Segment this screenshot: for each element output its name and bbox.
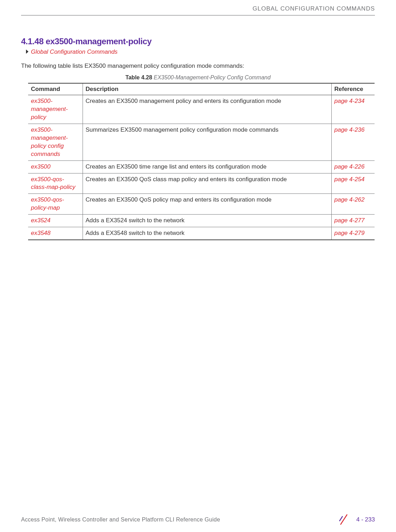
header-category: GLOBAL CONFIGURATION COMMANDS [21,5,375,12]
slash-icon [338,513,350,526]
description-cell: Creates an EX3500 management policy and … [83,95,331,124]
table-header-command: Command [28,83,83,95]
reference-link[interactable]: page 4-254 [335,176,365,183]
description-cell: Adds a EX3548 switch to the network [83,227,331,240]
description-cell: Creates an EX3500 time range list and en… [83,160,331,173]
svg-line-2 [339,516,343,521]
intro-paragraph: The following table lists EX3500 managem… [21,63,375,70]
description-cell: Summarizes EX3500 management policy conf… [83,124,331,160]
reference-link[interactable]: page 4-226 [335,163,365,170]
command-link[interactable]: ex3500-qos-class-map-policy [31,176,76,191]
reference-link[interactable]: page 4-262 [335,196,365,203]
breadcrumb: Global Configuration Commands [26,48,375,55]
svg-marker-0 [26,50,28,54]
reference-link[interactable]: page 4-277 [335,217,365,224]
description-cell: Adds a EX3524 switch to the network [83,215,331,227]
description-cell: Creates an EX3500 QoS policy map and ent… [83,194,331,215]
arrow-right-icon [26,50,29,55]
command-link[interactable]: ex3500-qos-policy-map [31,196,64,211]
table-caption: Table 4.28 EX3500-Management-Policy Conf… [21,74,375,81]
page-footer: Access Point, Wireless Controller and Se… [0,513,396,526]
table-caption-number: Table 4.28 [125,74,152,80]
reference-link[interactable]: page 4-279 [335,230,365,236]
table-header-description: Description [83,83,331,95]
command-link[interactable]: ex3500-management-policy [31,98,68,120]
command-link[interactable]: ex3500 [31,163,51,170]
reference-link[interactable]: page 4-236 [335,126,365,133]
command-link[interactable]: ex3500-management-policy config commands [31,126,68,157]
command-link[interactable]: ex3548 [31,230,51,236]
table-header-reference: Reference [331,83,375,95]
svg-line-1 [340,514,347,525]
table-row: ex3500-qos-class-map-policy Creates an E… [28,173,375,194]
description-cell: Creates an EX3500 QoS class map policy a… [83,173,331,194]
page-number: 4 - 233 [356,516,375,523]
breadcrumb-link[interactable]: Global Configuration Commands [31,48,118,55]
command-table: Command Description Reference ex3500-man… [28,83,375,240]
page-header: GLOBAL CONFIGURATION COMMANDS [21,0,375,15]
section-title: 4.1.48 ex3500-management-policy [21,37,375,46]
table-row: ex3500-management-policy Creates an EX35… [28,95,375,124]
table-row: ex3500-management-policy config commands… [28,124,375,160]
command-link[interactable]: ex3524 [31,217,51,224]
table-row: ex3548 Adds a EX3548 switch to the netwo… [28,227,375,240]
table-row: ex3524 Adds a EX3524 switch to the netwo… [28,215,375,227]
table-caption-title: EX3500-Management-Policy Config Command [154,74,271,80]
table-row: ex3500 Creates an EX3500 time range list… [28,160,375,173]
footer-guide-name: Access Point, Wireless Controller and Se… [21,517,220,523]
reference-link[interactable]: page 4-234 [335,98,365,104]
table-row: ex3500-qos-policy-map Creates an EX3500 … [28,194,375,215]
footer-mark: 4 - 233 [338,513,375,526]
